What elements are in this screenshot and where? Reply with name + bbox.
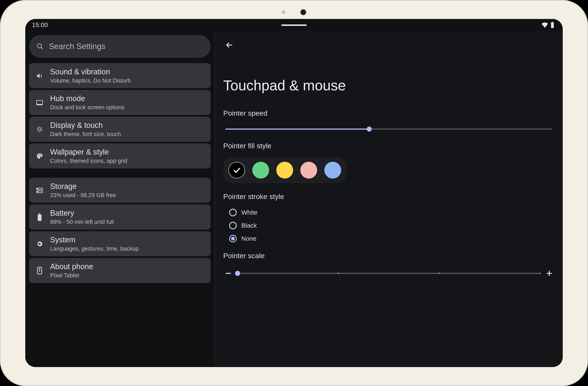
svg-point-7 xyxy=(38,155,39,156)
battery-icon xyxy=(550,22,554,28)
svg-point-2 xyxy=(38,44,42,48)
sidebar-item-sub: Volume, haptics, Do Not Disturb xyxy=(50,78,131,84)
pointer-scale-slider[interactable] xyxy=(238,270,540,277)
sidebar-item-sound[interactable]: Sound & vibration Volume, haptics, Do No… xyxy=(29,63,210,88)
scale-decrease-button[interactable] xyxy=(223,268,233,278)
sidebar-item-sub: Languages, gestures, time, backup xyxy=(50,245,139,252)
pointer-speed-slider[interactable] xyxy=(223,126,554,132)
sidebar-item-sub: 88% - 50 min left until full xyxy=(50,219,114,225)
storage-icon xyxy=(35,187,44,193)
radio-icon xyxy=(229,235,237,242)
page-title: Touchpad & mouse xyxy=(223,77,554,94)
back-button[interactable] xyxy=(223,39,235,51)
stroke-option[interactable]: White xyxy=(229,209,554,216)
sidebar-item-display[interactable]: Display & touch Dark theme, font size, t… xyxy=(29,117,210,142)
scale-increase-button[interactable] xyxy=(544,268,554,278)
ambient-sensor xyxy=(282,10,286,14)
stroke-option[interactable]: Black xyxy=(229,222,554,229)
svg-rect-4 xyxy=(37,101,42,104)
radio-icon xyxy=(229,209,237,216)
stroke-option-label: Black xyxy=(241,222,257,229)
stroke-option[interactable]: None xyxy=(229,235,554,242)
sidebar-item-title: Display & touch xyxy=(50,121,121,130)
svg-point-6 xyxy=(38,128,41,131)
svg-point-8 xyxy=(39,154,39,155)
svg-point-10 xyxy=(41,155,42,156)
sidebar-item-title: Wallpaper & style xyxy=(50,148,127,157)
volume-icon xyxy=(35,72,44,79)
fill-color-swatch[interactable] xyxy=(300,162,317,179)
svg-point-13 xyxy=(38,188,38,189)
sidebar-item-hub[interactable]: Hub mode Dock and lock screen options xyxy=(29,90,210,115)
svg-rect-16 xyxy=(39,213,40,214)
svg-point-14 xyxy=(38,191,38,192)
sidebar-item-title: System xyxy=(50,235,139,244)
search-placeholder: Search Settings xyxy=(49,42,105,51)
sidebar-item-title: Battery xyxy=(50,209,114,218)
sidebar-item-sub: Dock and lock screen options xyxy=(50,104,125,111)
gear-icon xyxy=(35,240,44,247)
brightness-icon xyxy=(35,126,44,133)
sidebar-item-title: Hub mode xyxy=(50,94,125,103)
stroke-option-label: White xyxy=(241,209,258,216)
pointer-fill-swatches xyxy=(223,157,346,183)
pointer-fill-label: Pointer fill style xyxy=(223,142,554,150)
sidebar-item-wallpaper[interactable]: Wallpaper & style Colors, themed icons, … xyxy=(29,143,210,168)
svg-point-19 xyxy=(39,268,40,269)
pointer-stroke-label: Pointer stroke style xyxy=(223,192,554,201)
clock: 15:00 xyxy=(32,21,48,28)
phone-info-icon xyxy=(35,267,44,274)
scale-tick xyxy=(539,273,541,274)
stroke-option-label: None xyxy=(241,235,256,242)
sidebar-item-title: About phone xyxy=(50,262,93,271)
sidebar-item-battery[interactable]: Battery 88% - 50 min left until full xyxy=(29,204,210,229)
search-icon xyxy=(36,42,44,50)
sidebar-item-sub: Colors, themed icons, app grid xyxy=(50,158,127,164)
sidebar-item-about[interactable]: About phone Pixel Tablet xyxy=(29,258,210,283)
sidebar-item-title: Storage xyxy=(50,182,116,191)
palette-icon xyxy=(35,152,44,160)
sidebar-item-title: Sound & vibration xyxy=(50,67,131,76)
scale-tick xyxy=(439,273,440,274)
dock-icon xyxy=(35,100,44,105)
svg-rect-15 xyxy=(38,214,42,221)
fill-color-swatch[interactable] xyxy=(228,162,245,179)
battery-icon xyxy=(35,213,44,221)
pointer-speed-label: Pointer speed xyxy=(223,109,554,117)
sidebar-item-sub: 23% used - 98.29 GB free xyxy=(50,192,116,199)
scale-tick xyxy=(338,273,339,274)
search-input[interactable]: Search Settings xyxy=(29,35,210,58)
fill-color-swatch[interactable] xyxy=(276,162,293,179)
sidebar-item-sub: Dark theme, font size, touch xyxy=(50,131,121,138)
sidebar-item-sub: Pixel Tablet xyxy=(50,272,93,279)
sidebar-item-system[interactable]: System Languages, gestures, time, backup xyxy=(29,231,210,256)
fill-color-swatch[interactable] xyxy=(252,162,269,179)
svg-rect-1 xyxy=(552,22,553,22)
svg-line-3 xyxy=(41,47,43,49)
pointer-scale-label: Pointer scale xyxy=(223,252,554,260)
radio-icon xyxy=(229,222,237,229)
svg-point-9 xyxy=(40,154,41,155)
drag-handle[interactable] xyxy=(281,24,307,26)
scale-thumb[interactable] xyxy=(235,271,240,276)
sidebar-item-storage[interactable]: Storage 23% used - 98.29 GB free xyxy=(29,178,210,203)
svg-rect-0 xyxy=(551,22,554,28)
wifi-icon xyxy=(542,22,548,28)
fill-color-swatch[interactable] xyxy=(324,162,341,179)
front-camera xyxy=(300,9,306,15)
